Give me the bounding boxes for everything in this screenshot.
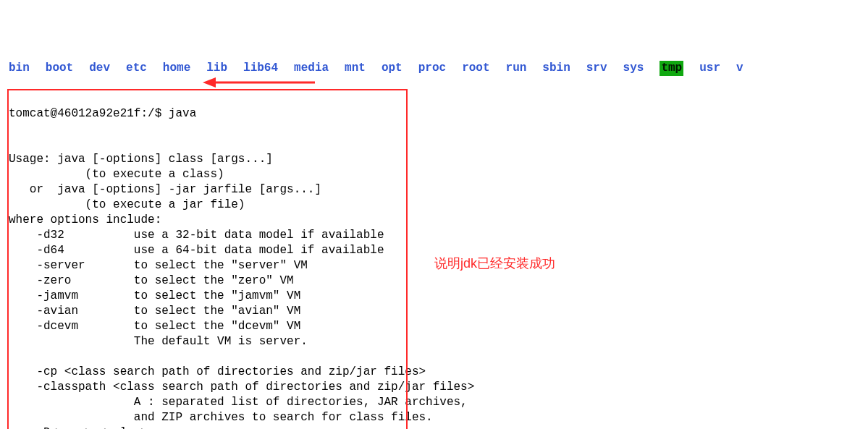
output-line: -jamvm to select the "jamvm" VM: [9, 289, 474, 304]
output-line: -cp <class search path of directories an…: [9, 365, 474, 380]
ls-item-usr: usr: [699, 61, 720, 76]
output-line: -server to select the "server" VM: [9, 258, 474, 273]
output-line: -D<name>=<value>: [9, 425, 474, 429]
ls-item-bin: bin: [9, 61, 30, 76]
output-line: Usage: java [-options] class [args...]: [9, 152, 474, 167]
ls-item-dev: dev: [89, 61, 110, 76]
ls-item-boot: boot: [46, 61, 73, 76]
output-line: where options include:: [9, 213, 474, 228]
shell-prompt[interactable]: tomcat@46012a92e21f:/$ java: [9, 106, 474, 122]
ls-item-v: v: [736, 61, 743, 76]
output-line: -zero to select the "zero" VM: [9, 273, 474, 289]
output-line: -d64 use a 64-bit data model if availabl…: [9, 243, 474, 258]
output-line: The default VM is server.: [9, 334, 474, 349]
output-line: A : separated list of directories, JAR a…: [9, 395, 474, 410]
output-line: (to execute a class): [9, 167, 474, 182]
output-line: [9, 349, 474, 365]
ls-item-home: home: [163, 61, 190, 76]
ls-item-etc: etc: [126, 61, 147, 76]
ls-item-proc: proc: [418, 61, 446, 76]
output-line: (to execute a jar file): [9, 197, 474, 213]
terminal-output: tomcat@46012a92e21f:/$ java Usage: java …: [9, 76, 474, 429]
ls-item-lib: lib: [206, 61, 227, 76]
output-line: -classpath <class search path of directo…: [9, 380, 474, 395]
output-line: -avian to select the "avian" VM: [9, 304, 474, 319]
terminal-screenshot: binbootdevetchomeliblib64mediamntoptproc…: [0, 61, 868, 429]
ls-item-media: media: [294, 61, 329, 76]
java-usage-output: Usage: java [-options] class [args...] (…: [9, 152, 474, 429]
ls-item-lib64: lib64: [243, 61, 278, 76]
annotation-text: 说明jdk已经安装成功: [434, 256, 555, 271]
output-line: -d32 use a 32-bit data model if availabl…: [9, 228, 474, 243]
ls-item-sys: sys: [623, 61, 644, 76]
output-line: -dcevm to select the "dcevm" VM: [9, 319, 474, 334]
ls-item-opt: opt: [382, 61, 403, 76]
ls-output-line: binbootdevetchomeliblib64mediamntoptproc…: [9, 61, 759, 76]
ls-item-mnt: mnt: [345, 61, 366, 76]
ls-item-root: root: [462, 61, 489, 76]
output-line: and ZIP archives to search for class fil…: [9, 410, 474, 425]
ls-item-srv: srv: [586, 61, 607, 76]
ls-item-sbin: sbin: [542, 61, 570, 76]
ls-item-run: run: [506, 61, 527, 76]
ls-item-tmp: tmp: [660, 61, 683, 76]
output-line: or java [-options] -jar jarfile [args...…: [9, 182, 474, 197]
